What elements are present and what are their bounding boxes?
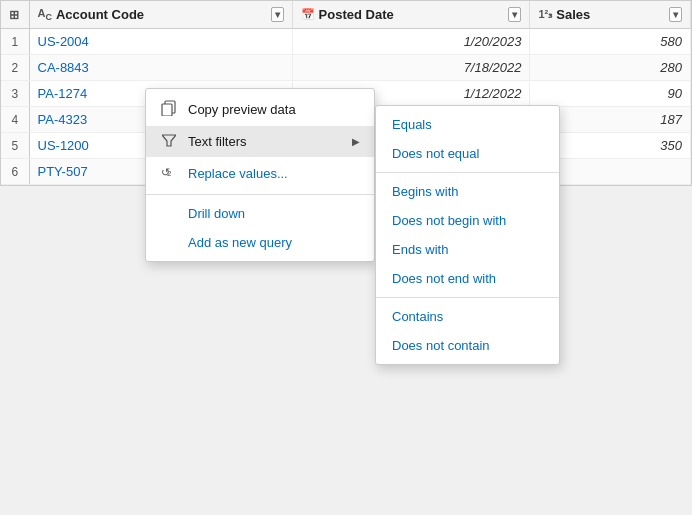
submenu-item-does-not-contain[interactable]: Does not contain: [376, 331, 559, 360]
table-row: 2 CA-8843 7/18/2022 280: [1, 55, 691, 81]
drill-down-label: Drill down: [188, 206, 360, 221]
svg-rect-1: [162, 104, 172, 116]
text-filters-arrow: ▶: [352, 136, 360, 147]
col-dropdown-sales[interactable]: ▾: [669, 7, 682, 22]
context-menu: Copy preview data Text filters ▶ ↺ 2 Rep…: [145, 88, 375, 262]
replace-icon: ↺ 2: [160, 164, 178, 183]
account-1: US-2004: [29, 29, 292, 55]
numeric-icon: 1²₃: [538, 8, 552, 21]
date-2: 7/18/2022: [292, 55, 530, 81]
text-filters-submenu: Equals Does not equal Begins with Does n…: [375, 105, 560, 365]
submenu-item-equals[interactable]: Equals: [376, 110, 559, 139]
sales-3: 90: [530, 81, 691, 107]
row-num-4: 4: [1, 107, 29, 133]
contains-label: Contains: [392, 309, 443, 324]
sales-1: 580: [530, 29, 691, 55]
submenu-item-does-not-end-with[interactable]: Does not end with: [376, 264, 559, 293]
menu-item-replace-values[interactable]: ↺ 2 Replace values...: [146, 157, 374, 190]
replace-values-label: Replace values...: [188, 166, 360, 181]
sales-2: 280: [530, 55, 691, 81]
col-header-account-code[interactable]: AC Account Code ▾: [29, 1, 292, 29]
submenu-item-contains[interactable]: Contains: [376, 302, 559, 331]
col-dropdown-posted-date[interactable]: ▾: [508, 7, 521, 22]
menu-item-add-query[interactable]: Add as new query: [146, 228, 374, 257]
equals-label: Equals: [392, 117, 432, 132]
svg-text:2: 2: [167, 169, 172, 178]
copy-icon: [160, 100, 178, 119]
menu-item-copy-preview[interactable]: Copy preview data: [146, 93, 374, 126]
calendar-icon: 📅: [301, 8, 315, 21]
ends-with-label: Ends with: [392, 242, 448, 257]
row-num-1: 1: [1, 29, 29, 55]
does-not-begin-with-label: Does not begin with: [392, 213, 506, 228]
begins-with-label: Begins with: [392, 184, 458, 199]
col-label-sales: Sales: [556, 7, 590, 22]
add-query-label: Add as new query: [188, 235, 360, 250]
svg-marker-2: [162, 135, 176, 146]
submenu-separator-2: [376, 297, 559, 298]
copy-preview-label: Copy preview data: [188, 102, 360, 117]
does-not-end-with-label: Does not end with: [392, 271, 496, 286]
menu-item-drill-down[interactable]: Drill down: [146, 199, 374, 228]
row-num-header: ⊞: [1, 1, 29, 29]
col-label-account-code: Account Code: [56, 7, 144, 22]
row-num-5: 5: [1, 133, 29, 159]
menu-separator-1: [146, 194, 374, 195]
row-num-2: 2: [1, 55, 29, 81]
col-header-sales[interactable]: 1²₃ Sales ▾: [530, 1, 691, 29]
abc-icon: AC: [38, 7, 52, 22]
submenu-separator-1: [376, 172, 559, 173]
col-header-posted-date[interactable]: 📅 Posted Date ▾: [292, 1, 530, 29]
col-label-posted-date: Posted Date: [319, 7, 394, 22]
does-not-equal-label: Does not equal: [392, 146, 479, 161]
account-2: CA-8843: [29, 55, 292, 81]
row-num-6: 6: [1, 159, 29, 185]
submenu-item-ends-with[interactable]: Ends with: [376, 235, 559, 264]
row-num-3: 3: [1, 81, 29, 107]
table-row: 1 US-2004 1/20/2023 580: [1, 29, 691, 55]
menu-item-text-filters[interactable]: Text filters ▶: [146, 126, 374, 157]
filter-icon: [160, 133, 178, 150]
col-dropdown-account-code[interactable]: ▾: [271, 7, 284, 22]
submenu-item-begins-with[interactable]: Begins with: [376, 177, 559, 206]
does-not-contain-label: Does not contain: [392, 338, 490, 353]
submenu-item-does-not-equal[interactable]: Does not equal: [376, 139, 559, 168]
text-filters-label: Text filters: [188, 134, 342, 149]
submenu-item-does-not-begin-with[interactable]: Does not begin with: [376, 206, 559, 235]
date-1: 1/20/2023: [292, 29, 530, 55]
